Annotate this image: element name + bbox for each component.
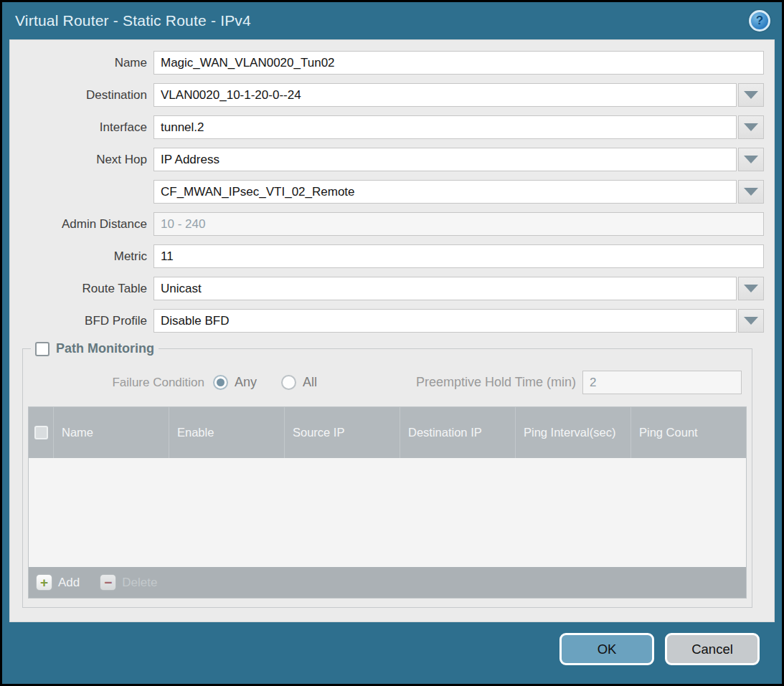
destination-label: Destination bbox=[10, 88, 154, 103]
add-button-label: Add bbox=[58, 576, 80, 590]
route-table-dropdown-button[interactable] bbox=[738, 277, 764, 300]
help-icon-glyph: ? bbox=[756, 14, 763, 28]
delete-button-label: Delete bbox=[122, 576, 157, 590]
chevron-down-icon bbox=[744, 91, 758, 99]
destination-input[interactable] bbox=[154, 83, 737, 107]
form-row-interface: Interface bbox=[10, 115, 764, 139]
failure-condition-row: Failure Condition Any All Preemptive Hol… bbox=[28, 371, 747, 394]
dialog-titlebar: Virtual Router - Static Route - IPv4 ? bbox=[2, 2, 782, 39]
metric-input[interactable] bbox=[154, 244, 764, 268]
metric-label: Metric bbox=[10, 249, 154, 264]
radio-any-circle[interactable] bbox=[213, 375, 228, 390]
chevron-down-icon bbox=[744, 317, 758, 325]
next-hop-type-dropdown-button[interactable] bbox=[738, 148, 764, 171]
bfd-profile-dropdown-button[interactable] bbox=[738, 309, 764, 333]
radio-all-circle[interactable] bbox=[281, 375, 296, 390]
column-header-ping-interval[interactable]: Ping Interval(sec) bbox=[515, 407, 630, 458]
radio-all-label: All bbox=[303, 375, 317, 390]
form-row-bfd-profile: BFD Profile bbox=[10, 309, 764, 333]
add-plus-icon: + bbox=[36, 574, 52, 591]
add-button[interactable]: + Add bbox=[36, 574, 80, 591]
dialog-footer: OK Cancel bbox=[2, 622, 782, 684]
radio-all[interactable]: All bbox=[281, 375, 317, 390]
form-row-admin-distance: Admin Distance bbox=[10, 212, 764, 236]
route-table-input[interactable] bbox=[154, 277, 737, 300]
table-header-select-all bbox=[29, 407, 53, 458]
column-header-ping-count[interactable]: Ping Count bbox=[630, 407, 746, 458]
form-row-destination: Destination bbox=[10, 83, 764, 107]
delete-button[interactable]: − Delete bbox=[100, 574, 157, 591]
admin-distance-label: Admin Distance bbox=[10, 217, 154, 232]
form-row-next-hop-address bbox=[10, 180, 764, 204]
form-row-next-hop: Next Hop bbox=[10, 148, 764, 171]
destination-dropdown-button[interactable] bbox=[738, 83, 764, 107]
preemptive-hold-input[interactable] bbox=[582, 371, 742, 394]
select-all-checkbox[interactable] bbox=[34, 426, 48, 439]
column-header-name[interactable]: Name bbox=[53, 407, 169, 458]
chevron-down-icon bbox=[744, 123, 758, 131]
path-monitoring-checkbox[interactable] bbox=[35, 342, 49, 356]
name-label: Name bbox=[10, 56, 154, 70]
column-header-enable[interactable]: Enable bbox=[169, 407, 284, 458]
interface-dropdown-button[interactable] bbox=[738, 115, 764, 139]
path-monitoring-legend: Path Monitoring bbox=[31, 341, 159, 356]
dialog-content: Name Destination Interface bbox=[9, 39, 775, 622]
radio-any-label: Any bbox=[235, 375, 257, 390]
route-table-label: Route Table bbox=[10, 282, 154, 296]
interface-label: Interface bbox=[10, 120, 154, 135]
form-row-route-table: Route Table bbox=[10, 277, 764, 300]
static-route-dialog: Virtual Router - Static Route - IPv4 ? N… bbox=[2, 2, 782, 684]
radio-any[interactable]: Any bbox=[213, 375, 257, 390]
column-header-source-ip[interactable]: Source IP bbox=[284, 407, 400, 458]
next-hop-type-input[interactable] bbox=[154, 148, 737, 171]
chevron-down-icon bbox=[744, 156, 758, 163]
table-toolbar: + Add − Delete bbox=[29, 567, 746, 598]
table-header-row: Name Enable Source IP Destination IP Pin… bbox=[29, 407, 746, 458]
preemptive-hold-label: Preemptive Hold Time (min) bbox=[416, 375, 582, 390]
failure-condition-label: Failure Condition bbox=[28, 376, 213, 390]
cancel-button[interactable]: Cancel bbox=[665, 633, 760, 665]
dialog-title: Virtual Router - Static Route - IPv4 bbox=[15, 12, 251, 29]
help-icon[interactable]: ? bbox=[749, 10, 770, 32]
preemptive-hold-group: Preemptive Hold Time (min) bbox=[416, 371, 742, 394]
column-header-destination-ip[interactable]: Destination IP bbox=[400, 407, 515, 458]
bfd-profile-label: BFD Profile bbox=[10, 314, 154, 328]
admin-distance-input[interactable] bbox=[154, 212, 764, 236]
interface-input[interactable] bbox=[154, 115, 737, 139]
next-hop-address-input[interactable] bbox=[154, 180, 737, 204]
chevron-down-icon bbox=[744, 285, 758, 292]
path-monitoring-table: Name Enable Source IP Destination IP Pin… bbox=[28, 406, 747, 599]
chevron-down-icon bbox=[744, 188, 758, 196]
delete-minus-icon: − bbox=[100, 574, 116, 591]
path-monitoring-section: Path Monitoring Failure Condition Any Al… bbox=[22, 341, 752, 608]
path-monitoring-title: Path Monitoring bbox=[56, 341, 154, 356]
name-input[interactable] bbox=[154, 51, 764, 75]
bfd-profile-input[interactable] bbox=[154, 309, 737, 333]
form-row-name: Name bbox=[10, 51, 764, 75]
ok-button[interactable]: OK bbox=[559, 633, 654, 665]
table-body-empty bbox=[29, 458, 746, 567]
next-hop-label: Next Hop bbox=[10, 153, 154, 167]
next-hop-address-dropdown-button[interactable] bbox=[738, 180, 764, 204]
form-row-metric: Metric bbox=[10, 244, 764, 268]
